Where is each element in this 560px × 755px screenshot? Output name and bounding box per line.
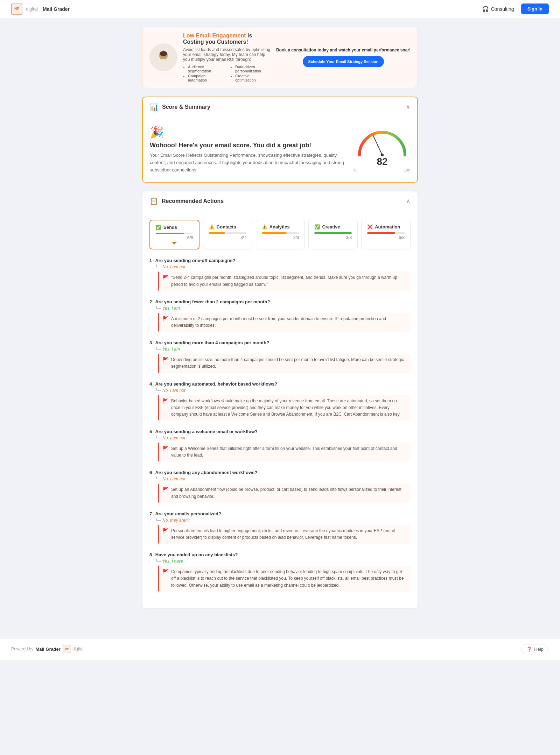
qa-question: 7 Are your emails personalized?	[149, 511, 411, 516]
tab-bar	[262, 232, 299, 234]
tab-status-icon: ⚠️	[209, 224, 215, 230]
qa-feedback-text: A minimum of 2 campaigns per month must …	[171, 316, 407, 329]
qa-answer-text: No, I am not	[162, 477, 185, 481]
qa-item: 1 Are you sending one-off campaigns? └─ …	[149, 258, 411, 290]
actions-icon: 📋	[149, 197, 158, 205]
score-left: 🎉 Wohooo! Here's your email score. You d…	[150, 126, 346, 174]
svg-line-5	[373, 135, 382, 155]
answer-prefix: └─	[155, 264, 161, 269]
recommended-collapse-button[interactable]: ∧	[406, 197, 411, 205]
tab-header: ✅ Sends	[156, 225, 193, 230]
tab-bar	[209, 232, 246, 234]
recommended-body: ✅ Sends 6/8 ⚠️ Contacts 3/7 ⚠️ Analytics…	[142, 211, 418, 608]
qa-feedback-text: Depending on list size, no more than 4 c…	[171, 357, 407, 370]
qa-answer-text: Yes, I am	[162, 306, 180, 311]
qa-feedback: 🚩 "Send 2-4 campaigns per month, strateg…	[158, 271, 411, 290]
qa-question-text: Are you sending fewer than 2 campaigns p…	[155, 299, 270, 304]
qa-number: 8	[149, 552, 152, 557]
schedule-button[interactable]: Schedule Your Email Strategy Session	[303, 56, 384, 67]
tab-status-icon: ✅	[314, 224, 320, 230]
cta-rest: and watch your email performance soar!	[329, 48, 411, 52]
flag-icon: 🚩	[162, 357, 168, 370]
score-section: 🎉 Wohooo! Here's your email score. You d…	[150, 126, 410, 174]
score-headline: Wohooo! Here's your email score. You did…	[150, 142, 346, 149]
svg-point-4	[160, 51, 167, 56]
gauge-container: 82 0 100	[354, 127, 410, 172]
score-collapse-button[interactable]: ∧	[406, 103, 410, 111]
qa-item: 4 Are you sending automated, behavior ba…	[149, 381, 411, 421]
tab-bar-fill	[367, 232, 395, 234]
gauge-min: 0	[354, 168, 356, 172]
qa-answer-text: Yes, I have	[162, 559, 183, 564]
footer-np: NP digital	[63, 645, 83, 653]
qa-number: 2	[149, 299, 152, 304]
qa-feedback: 🚩 Personalized emails lead to higher eng…	[158, 525, 411, 544]
qa-question-text: Have you ended up on any blacklists?	[155, 552, 238, 557]
active-indicator	[172, 242, 177, 245]
qa-number: 3	[149, 340, 152, 345]
tab-creative[interactable]: ✅ Creative 3/3	[308, 220, 358, 249]
tab-contacts[interactable]: ⚠️ Contacts 3/7	[203, 220, 252, 249]
promo-text: Low Email Engagement is Costing you Cust…	[183, 33, 271, 82]
qa-feedback: 🚩 Set up an Abandonment flow (could be b…	[158, 484, 411, 502]
tab-bar	[314, 232, 352, 234]
qa-number: 1	[149, 258, 152, 263]
promo-subtitle: Avoid list leads and missed sales by opt…	[183, 47, 271, 62]
tab-automation[interactable]: ❌ Automation 6/8	[361, 220, 411, 249]
promo-cta-text: Book a consultation today and watch your…	[276, 48, 411, 52]
qa-answer-text: No, I am not	[162, 436, 185, 440]
score-icon: 📊	[150, 103, 159, 111]
tab-score: 6/8	[156, 235, 193, 240]
answer-prefix: └─	[155, 477, 161, 481]
np-logo: NP	[11, 3, 22, 15]
flag-icon: 🚩	[162, 446, 168, 459]
powered-by: Powered by	[11, 647, 33, 651]
qa-feedback-text: Behavior based workflows should make up …	[171, 398, 407, 418]
flag-icon: 🚩	[162, 398, 168, 418]
qa-question-text: Are your emails personalized?	[155, 511, 221, 516]
qa-question: 3 Are you sending more than 4 campaigns …	[149, 340, 411, 345]
answer-prefix: └─	[155, 306, 161, 311]
promo-list: Audience segmentation Data-driven person…	[183, 65, 271, 82]
qa-answer: └─ Yes, I am	[155, 347, 411, 352]
qa-question: 8 Have you ended up on any blacklists?	[149, 552, 411, 557]
qa-feedback: 🚩 A minimum of 2 campaigns per month mus…	[158, 313, 411, 332]
main-content: Low Email Engagement is Costing you Cust…	[136, 18, 424, 638]
help-button[interactable]: ❓ Help	[521, 644, 549, 654]
qa-question-text: Are you sending automated, behavior base…	[155, 381, 277, 387]
tab-header: ❌ Automation	[367, 224, 405, 230]
qa-question-text: Are you sending a welcome email or workf…	[155, 429, 258, 434]
svg-point-2	[157, 59, 170, 71]
signin-button[interactable]: Sign in	[521, 3, 549, 14]
qa-item: 8 Have you ended up on any blacklists? └…	[149, 552, 411, 592]
qa-answer: └─ No, I am not	[155, 436, 411, 440]
cta-bold: Book a consultation today	[276, 48, 329, 52]
qa-item: 2 Are you sending fewer than 2 campaigns…	[149, 299, 411, 332]
recommended-title: 📋 Recommended Actions	[149, 197, 224, 205]
help-label: Help	[534, 647, 544, 652]
flag-icon: 🚩	[162, 569, 168, 589]
consulting-link[interactable]: 🎧 Consulting	[482, 6, 514, 12]
tab-bar-fill	[262, 232, 287, 234]
list-item: Creative optimization	[235, 74, 271, 82]
promo-avatar	[149, 43, 177, 71]
help-circle-icon: ❓	[526, 647, 532, 652]
tab-header: ⚠️ Analytics	[262, 224, 299, 230]
recommended-header: 📋 Recommended Actions ∧	[142, 191, 418, 211]
tab-sends[interactable]: ✅ Sends 6/8	[149, 220, 200, 249]
footer: Powered by Mail Grader NP digital ❓ Help	[0, 638, 560, 660]
qa-answer: └─ Yes, I have	[155, 559, 411, 564]
score-card: 📊 Score & Summary ∧ 🎉 Wohooo! Here's you…	[142, 97, 418, 183]
tab-analytics[interactable]: ⚠️ Analytics 2/3	[256, 220, 305, 249]
answer-prefix: └─	[155, 388, 161, 393]
tab-label: Analytics	[270, 224, 290, 230]
qa-answer-text: No, I am not	[162, 388, 185, 393]
tab-score: 3/3	[314, 235, 352, 240]
answer-prefix: └─	[155, 559, 161, 564]
score-desc: Your Email Score Reflects Outstanding Pe…	[150, 152, 346, 174]
qa-feedback-text: Set up an Abandonment flow (could be bro…	[171, 486, 407, 500]
qa-list: 1 Are you sending one-off campaigns? └─ …	[149, 258, 411, 591]
qa-feedback-text: Set up a Welcome Series that initiates r…	[171, 445, 407, 459]
tab-score: 3/7	[209, 235, 246, 240]
flag-icon: 🚩	[162, 275, 168, 288]
